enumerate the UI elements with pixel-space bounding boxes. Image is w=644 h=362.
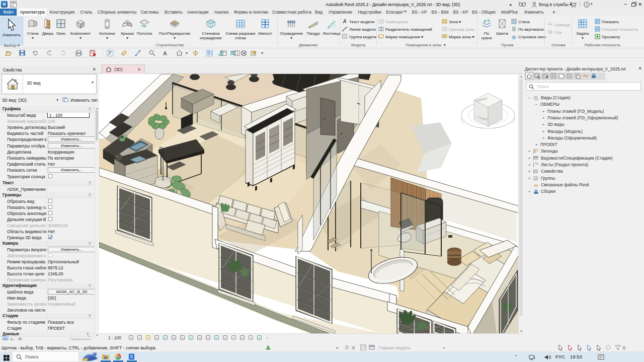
svg-text:?: ? — [586, 3, 588, 7]
svg-text:R: R — [3, 2, 6, 7]
svg-text:▾: ▾ — [186, 51, 188, 55]
svg-text:1a: 1a — [548, 22, 551, 24]
svg-text:A: A — [163, 50, 167, 56]
svg-text:▾: ▾ — [261, 51, 263, 55]
svg-text:A: A — [343, 19, 347, 24]
